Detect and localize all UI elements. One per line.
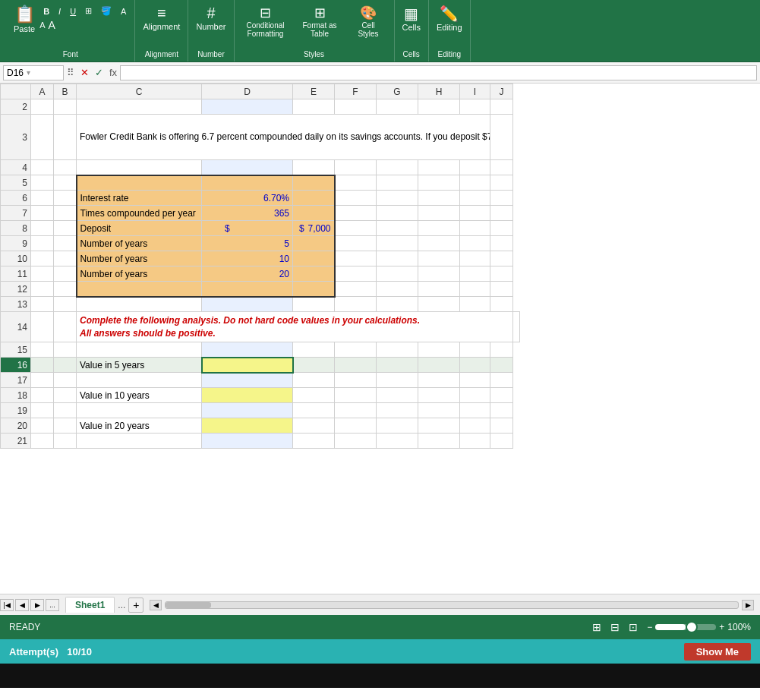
cell-E19[interactable] bbox=[293, 403, 335, 418]
cell-F20[interactable] bbox=[335, 418, 377, 434]
cell-I15[interactable] bbox=[460, 342, 490, 358]
cancel-formula-icon[interactable]: ✕ bbox=[80, 67, 89, 78]
col-header-I[interactable]: I bbox=[460, 84, 490, 99]
cell-E20[interactable] bbox=[293, 418, 335, 434]
cell-E12[interactable] bbox=[293, 282, 335, 297]
cell-I12[interactable] bbox=[460, 282, 490, 297]
tab-nav-prev[interactable]: ◀ bbox=[15, 599, 29, 611]
cell-D7[interactable]: 365 bbox=[202, 206, 293, 221]
cell-H4[interactable] bbox=[418, 160, 460, 175]
cell-J12[interactable] bbox=[490, 282, 513, 297]
cell-C5[interactable] bbox=[77, 175, 202, 191]
zoom-slider-track[interactable] bbox=[655, 624, 716, 630]
cell-D20[interactable] bbox=[202, 418, 293, 434]
cell-H7[interactable] bbox=[418, 206, 460, 221]
cell-H13[interactable] bbox=[418, 297, 460, 312]
cell-J7[interactable] bbox=[490, 206, 513, 221]
cell-styles-button[interactable]: 🎨 Cell Styles bbox=[348, 3, 389, 39]
col-header-J[interactable]: J bbox=[490, 84, 513, 99]
cell-I18[interactable] bbox=[460, 388, 490, 403]
show-me-button[interactable]: Show Me bbox=[684, 643, 751, 661]
cell-F11[interactable] bbox=[335, 266, 377, 282]
cell-C17[interactable] bbox=[77, 373, 202, 388]
name-box-arrow[interactable]: ▾ bbox=[27, 68, 30, 77]
cell-B7[interactable] bbox=[54, 206, 77, 221]
cell-B21[interactable] bbox=[54, 434, 77, 449]
cell-B2[interactable] bbox=[54, 99, 77, 115]
hscroll-track[interactable] bbox=[165, 601, 739, 609]
cell-B5[interactable] bbox=[54, 175, 77, 191]
cell-G5[interactable] bbox=[377, 175, 418, 191]
cell-G18[interactable] bbox=[377, 388, 418, 403]
zoom-plus[interactable]: + bbox=[719, 622, 724, 632]
cell-B20[interactable] bbox=[54, 418, 77, 434]
cell-A9[interactable] bbox=[31, 236, 54, 251]
cell-E15[interactable] bbox=[293, 342, 335, 358]
cell-E11[interactable] bbox=[293, 266, 335, 282]
cell-J21[interactable] bbox=[490, 434, 513, 449]
conditional-formatting-button[interactable]: ⊟ Conditional Formatting bbox=[239, 3, 292, 39]
cell-A14[interactable] bbox=[31, 312, 54, 342]
cell-C11[interactable]: Number of years bbox=[77, 266, 202, 282]
cell-E2[interactable] bbox=[293, 99, 335, 115]
cell-G11[interactable] bbox=[377, 266, 418, 282]
cell-F18[interactable] bbox=[335, 388, 377, 403]
cell-I16[interactable] bbox=[460, 358, 490, 373]
cell-C10[interactable]: Number of years bbox=[77, 251, 202, 266]
cell-G9[interactable] bbox=[377, 236, 418, 251]
cell-B12[interactable] bbox=[54, 282, 77, 297]
font-color-button[interactable]: A bbox=[117, 5, 130, 17]
cell-H8[interactable] bbox=[418, 221, 460, 236]
add-sheet-button[interactable]: + bbox=[128, 598, 143, 613]
cell-G15[interactable] bbox=[377, 342, 418, 358]
cell-D18[interactable] bbox=[202, 388, 293, 403]
cell-dollar-D8[interactable]: $ bbox=[202, 221, 293, 236]
cell-J3[interactable] bbox=[490, 115, 513, 160]
cell-A16[interactable] bbox=[31, 358, 54, 373]
cell-D13[interactable] bbox=[202, 297, 293, 312]
cell-E7[interactable] bbox=[293, 206, 335, 221]
cell-J11[interactable] bbox=[490, 266, 513, 282]
cell-J2[interactable] bbox=[490, 99, 513, 115]
cell-J15[interactable] bbox=[490, 342, 513, 358]
normal-view-button[interactable]: ⊞ bbox=[592, 621, 601, 633]
cell-H17[interactable] bbox=[418, 373, 460, 388]
cell-C12[interactable] bbox=[77, 282, 202, 297]
col-header-E[interactable]: E bbox=[293, 84, 335, 99]
cell-D4[interactable] bbox=[202, 160, 293, 175]
cell-G10[interactable] bbox=[377, 251, 418, 266]
cell-H15[interactable] bbox=[418, 342, 460, 358]
cell-B16[interactable] bbox=[54, 358, 77, 373]
cell-G17[interactable] bbox=[377, 373, 418, 388]
name-box[interactable]: D16 ▾ bbox=[3, 65, 64, 80]
formula-input[interactable] bbox=[120, 65, 757, 80]
cell-H10[interactable] bbox=[418, 251, 460, 266]
cell-B11[interactable] bbox=[54, 266, 77, 282]
cell-F10[interactable] bbox=[335, 251, 377, 266]
cell-C14[interactable]: Complete the following analysis. Do not … bbox=[77, 312, 513, 342]
cell-D9[interactable]: 5 bbox=[202, 236, 293, 251]
cell-B17[interactable] bbox=[54, 373, 77, 388]
cell-H16[interactable] bbox=[418, 358, 460, 373]
cell-B8[interactable] bbox=[54, 221, 77, 236]
cell-E13[interactable] bbox=[293, 297, 335, 312]
cell-F4[interactable] bbox=[335, 160, 377, 175]
cell-C2[interactable] bbox=[77, 99, 202, 115]
cell-H12[interactable] bbox=[418, 282, 460, 297]
cell-F2[interactable] bbox=[335, 99, 377, 115]
cell-C20[interactable]: Value in 20 years bbox=[77, 418, 202, 434]
cell-D12[interactable] bbox=[202, 282, 293, 297]
zoom-slider-thumb[interactable] bbox=[686, 621, 698, 633]
cell-F16[interactable] bbox=[335, 358, 377, 373]
cell-E9[interactable] bbox=[293, 236, 335, 251]
col-header-A[interactable]: A bbox=[31, 84, 54, 99]
cell-B14[interactable] bbox=[54, 312, 77, 342]
cell-D17[interactable] bbox=[202, 373, 293, 388]
cell-F19[interactable] bbox=[335, 403, 377, 418]
cell-F13[interactable] bbox=[335, 297, 377, 312]
cell-A7[interactable] bbox=[31, 206, 54, 221]
cell-J17[interactable] bbox=[490, 373, 513, 388]
cell-C15[interactable] bbox=[77, 342, 202, 358]
cell-I7[interactable] bbox=[460, 206, 490, 221]
cell-D16[interactable] bbox=[202, 358, 293, 373]
